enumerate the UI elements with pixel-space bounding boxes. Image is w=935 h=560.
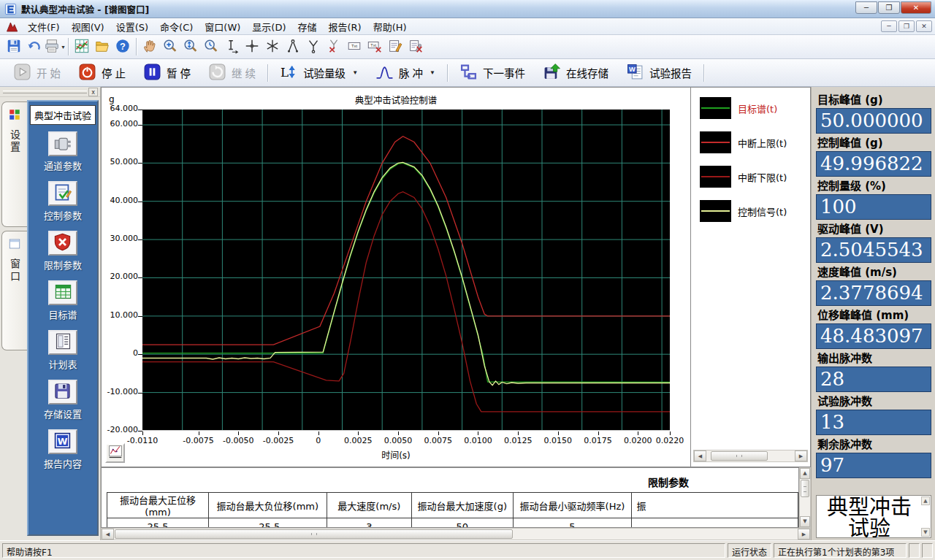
open-folder-icon: [94, 38, 110, 56]
zoom-vertical-button[interactable]: [180, 37, 201, 57]
plot-tool-button[interactable]: [105, 443, 125, 463]
resume-icon: [208, 63, 226, 83]
legend-horizontal-scrollbar[interactable]: ◀ ▶: [693, 450, 808, 462]
sidebar-item-7[interactable]: W报告内容: [44, 429, 82, 470]
stop-icon: [78, 63, 96, 83]
x-tick-label: 0.0075: [416, 436, 461, 445]
child-restore-button[interactable]: ❐: [898, 20, 915, 32]
menu-item-6[interactable]: 显示(D): [246, 20, 291, 35]
menu-item-7[interactable]: 存储: [291, 20, 322, 35]
peak-marker-button[interactable]: [262, 37, 283, 57]
save-icon: [6, 38, 22, 56]
x-tick-label: 0.0125: [495, 436, 541, 445]
legend-item[interactable]: 控制信号(t): [700, 200, 810, 222]
menu-item-8[interactable]: 报告(R): [322, 20, 367, 35]
text-label-delete-button[interactable]: Txt: [365, 37, 385, 57]
caliper-open-button[interactable]: [283, 37, 303, 57]
bottom-horizontal-scrollbar[interactable]: ◀ ▶: [101, 528, 811, 540]
legend-label: 中断下限(t): [738, 170, 787, 184]
pan-hand-button[interactable]: [140, 37, 160, 57]
save-button[interactable]: [4, 37, 24, 57]
table-vertical-scrollbar[interactable]: ▲ ▼: [799, 467, 811, 528]
scroll-left-arrow-icon[interactable]: ◀: [102, 529, 114, 540]
crosshair-button[interactable]: [242, 37, 262, 57]
main-toolbar: ▼?TxtTxt: [0, 35, 935, 59]
menu-item-9[interactable]: 帮助(H): [367, 20, 413, 35]
child-close-button[interactable]: ✕: [916, 20, 932, 32]
dropdown-arrow-icon: ▼: [352, 69, 358, 76]
chart-grid-button[interactable]: [72, 37, 92, 57]
cursor-delete-button[interactable]: [324, 37, 344, 57]
close-button[interactable]: ✕: [901, 1, 931, 14]
online-storage-button[interactable]: 在线存储: [534, 61, 617, 85]
open-folder-button[interactable]: [92, 37, 112, 57]
side-tab-2[interactable]: 窗口: [1, 231, 27, 350]
y-tick-label: 0: [104, 348, 138, 358]
legend-item[interactable]: 中断下限(t): [700, 166, 810, 188]
scroll-down-arrow-icon[interactable]: ▼: [800, 516, 810, 527]
dock-close-button[interactable]: x: [88, 88, 98, 96]
y-tick-mark: [138, 316, 142, 317]
settings-tab-icon: [8, 108, 21, 123]
scroll-up-arrow-icon[interactable]: ▲: [921, 496, 930, 505]
y-tick-mark: [138, 277, 142, 278]
pulse-button[interactable]: 脉 冲▼: [367, 61, 444, 85]
next-event-button[interactable]: 下一事件: [451, 61, 534, 85]
scroll-down-arrow-icon[interactable]: ▼: [921, 528, 930, 537]
dock-grip[interactable]: x: [0, 87, 100, 97]
zoom-time-button[interactable]: [201, 37, 221, 57]
scroll-right-arrow-icon[interactable]: ▶: [798, 529, 810, 540]
child-minimize-button[interactable]: ─: [881, 20, 897, 32]
sidebar-item-5[interactable]: 计划表: [48, 330, 77, 371]
menu-item-1[interactable]: 文件(F): [22, 20, 66, 35]
restore-button[interactable]: ❐: [878, 1, 900, 14]
text-label-button[interactable]: Txt: [344, 37, 365, 57]
scroll-thumb[interactable]: [801, 480, 809, 497]
scroll-track[interactable]: [114, 529, 798, 540]
scroll-thumb[interactable]: [711, 451, 768, 461]
toolbar-separator: [136, 38, 137, 55]
scroll-right-arrow-icon[interactable]: ▶: [795, 450, 807, 461]
stop-button[interactable]: 停 止: [69, 61, 134, 85]
sidebar-item-4[interactable]: 目标谱: [48, 280, 77, 321]
sidebar-item-1[interactable]: 通道参数: [44, 131, 82, 172]
minimize-button[interactable]: ─: [855, 1, 877, 14]
menu-item-2[interactable]: 视图(V): [66, 20, 110, 35]
status-run-label: 运行状态: [728, 543, 771, 558]
legend-item[interactable]: 中断上限(t): [700, 131, 810, 153]
side-tabs: 设置窗口: [0, 100, 27, 536]
sidebar-item-3[interactable]: 限制参数: [44, 231, 82, 272]
legend-label: 控制信号(t): [738, 204, 787, 218]
menu-item-5[interactable]: 窗口(W): [199, 20, 246, 35]
print-button[interactable]: ▼: [45, 37, 65, 57]
toolbar-separator: [447, 64, 448, 82]
x-tick-mark: [518, 431, 519, 435]
test-level-button[interactable]: L试验量级▼: [271, 61, 367, 85]
sidebar-item-2[interactable]: 控制参数: [44, 181, 82, 222]
stat-value: 2.3778694: [816, 280, 931, 306]
legend-item[interactable]: 目标谱(t): [700, 97, 810, 119]
menu-item-4[interactable]: 命令(C): [154, 20, 199, 35]
caliper-closed-button[interactable]: [303, 37, 324, 57]
plot-area[interactable]: [142, 110, 670, 431]
print-icon: [44, 38, 60, 56]
menu-item-3[interactable]: 设置(S): [110, 20, 154, 35]
zoom-in-button[interactable]: [160, 37, 180, 57]
x-tick-label: 0.0175: [576, 436, 621, 445]
scroll-thumb[interactable]: [115, 529, 513, 539]
cursor-measure-button[interactable]: [221, 37, 242, 57]
annotation-edit-button[interactable]: [385, 37, 405, 57]
sidebar-item-6[interactable]: 存储设置: [44, 380, 82, 421]
scroll-up-arrow-icon[interactable]: ▲: [800, 468, 810, 479]
stat-value: 49.996822: [816, 151, 931, 177]
y-tick-mark: [138, 239, 142, 240]
scroll-left-arrow-icon[interactable]: ◀: [694, 450, 706, 461]
help-button[interactable]: ?: [112, 37, 133, 57]
undo-button[interactable]: [24, 37, 45, 57]
scroll-track[interactable]: [706, 450, 795, 461]
annotation-delete-button[interactable]: [405, 37, 426, 57]
channel-params-icon: [53, 133, 72, 155]
pause-button[interactable]: 暂 停: [134, 61, 199, 85]
test-report-button[interactable]: W试验报告: [617, 61, 701, 85]
side-tab-1[interactable]: 设置: [1, 101, 27, 227]
